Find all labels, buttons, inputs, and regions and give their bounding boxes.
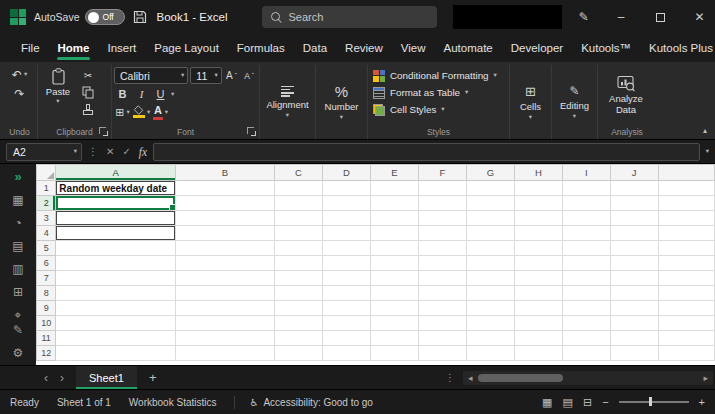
cell-D12[interactable] <box>323 346 371 361</box>
expand-formula-bar-button[interactable]: ▾ <box>706 148 709 155</box>
cell-overflow[interactable] <box>658 346 714 361</box>
cell-A3[interactable] <box>56 211 176 226</box>
cell-G6[interactable] <box>466 256 514 271</box>
cell-G5[interactable] <box>466 241 514 256</box>
cell-A1[interactable]: Random weekday date <box>56 181 176 196</box>
page-layout-view-button[interactable]: ▤ <box>563 396 573 409</box>
decrease-font-size-button[interactable]: Aˇ <box>241 68 257 84</box>
cell-B6[interactable] <box>175 256 274 271</box>
cell-D1[interactable] <box>323 181 371 196</box>
cell-J12[interactable] <box>610 346 658 361</box>
cell-C12[interactable] <box>275 346 323 361</box>
tab-data[interactable]: Data <box>294 34 336 62</box>
cell-G1[interactable] <box>466 181 514 196</box>
cell-B3[interactable] <box>175 211 274 226</box>
maximize-button[interactable] <box>645 0 676 34</box>
cell-A5[interactable] <box>56 241 176 256</box>
font-name-select[interactable]: Calibri▾ <box>114 67 188 84</box>
cell-overflow[interactable] <box>658 271 714 286</box>
tab-automate[interactable]: Automate <box>435 34 502 62</box>
column-header-E[interactable]: E <box>371 165 419 181</box>
cell-D7[interactable] <box>323 271 371 286</box>
cell-C6[interactable] <box>275 256 323 271</box>
cell-E10[interactable] <box>371 316 419 331</box>
resource-library-icon[interactable]: ▤ <box>12 240 23 252</box>
cell-E9[interactable] <box>371 301 419 316</box>
cells-button[interactable]: ⊞ Cells ▾ <box>512 65 549 139</box>
cell-I2[interactable] <box>562 196 610 211</box>
cell-J10[interactable] <box>610 316 658 331</box>
number-button[interactable]: % Number ▾ <box>318 65 365 139</box>
font-size-select[interactable]: 11▾ <box>190 67 221 84</box>
tab-view[interactable]: View <box>392 34 435 62</box>
minimize-button[interactable]: – <box>606 0 637 34</box>
bold-button[interactable]: B <box>114 86 131 102</box>
cell-C10[interactable] <box>275 316 323 331</box>
cell-C5[interactable] <box>275 241 323 256</box>
cell-B1[interactable] <box>175 181 274 196</box>
editing-button[interactable]: ✎ Editing ▾ <box>554 65 595 139</box>
row-header-12[interactable]: 12 <box>37 346 56 361</box>
tab-kutools-plus[interactable]: Kutools Plus <box>640 34 715 62</box>
italic-button[interactable]: I <box>133 86 150 102</box>
cell-F9[interactable] <box>418 301 466 316</box>
cell-overflow[interactable] <box>658 331 714 346</box>
cell-J2[interactable] <box>610 196 658 211</box>
cell-D11[interactable] <box>323 331 371 346</box>
cell-E1[interactable] <box>371 181 419 196</box>
format-painter-button[interactable] <box>76 102 100 117</box>
column-header-C[interactable]: C <box>275 165 323 181</box>
cell-H8[interactable] <box>514 286 562 301</box>
column-header-B[interactable]: B <box>175 165 274 181</box>
cell-E8[interactable] <box>371 286 419 301</box>
alignment-button[interactable]: Alignment ▾ <box>262 65 313 139</box>
cell-J5[interactable] <box>610 241 658 256</box>
cell-I5[interactable] <box>562 241 610 256</box>
cell-B7[interactable] <box>175 271 274 286</box>
cell-E12[interactable] <box>371 346 419 361</box>
cell-J4[interactable] <box>610 226 658 241</box>
cell-B4[interactable] <box>175 226 274 241</box>
cell-J8[interactable] <box>610 286 658 301</box>
cell-B5[interactable] <box>175 241 274 256</box>
cell-A7[interactable] <box>56 271 176 286</box>
horizontal-scrollbar[interactable]: ◂ ▸ <box>463 371 713 385</box>
cell-J1[interactable] <box>610 181 658 196</box>
cancel-button[interactable]: ✕ <box>106 146 114 157</box>
formula-input[interactable] <box>153 143 700 161</box>
cell-overflow[interactable] <box>658 226 714 241</box>
cell-G12[interactable] <box>466 346 514 361</box>
cell-D6[interactable] <box>323 256 371 271</box>
tab-file[interactable]: File <box>12 34 49 62</box>
cell-D10[interactable] <box>323 316 371 331</box>
cell-C8[interactable] <box>275 286 323 301</box>
cell-G2[interactable] <box>466 196 514 211</box>
borders-button[interactable]: ⊞▾ <box>114 104 131 120</box>
cell-C1[interactable] <box>275 181 323 196</box>
cell-H12[interactable] <box>514 346 562 361</box>
cell-D9[interactable] <box>323 301 371 316</box>
cell-A10[interactable] <box>56 316 176 331</box>
row-header-6[interactable]: 6 <box>37 256 56 271</box>
normal-view-button[interactable]: ▦ <box>542 396 552 409</box>
tab-formulas[interactable]: Formulas <box>228 34 294 62</box>
cell-F10[interactable] <box>418 316 466 331</box>
zoom-out-button[interactable]: − <box>602 396 608 408</box>
cell-F6[interactable] <box>418 256 466 271</box>
cell-A6[interactable] <box>56 256 176 271</box>
cell-H7[interactable] <box>514 271 562 286</box>
undo-button[interactable]: ↶▾ <box>12 65 27 84</box>
cell-J11[interactable] <box>610 331 658 346</box>
cell-F12[interactable] <box>418 346 466 361</box>
cell-G10[interactable] <box>466 316 514 331</box>
tab-page-layout[interactable]: Page Layout <box>145 34 228 62</box>
column-header-F[interactable]: F <box>418 165 466 181</box>
enter-button[interactable]: ✓ <box>122 146 130 157</box>
cell-D3[interactable] <box>323 211 371 226</box>
cell-B11[interactable] <box>175 331 274 346</box>
dialog-launcher-icon[interactable] <box>99 127 108 136</box>
cell-E6[interactable] <box>371 256 419 271</box>
row-header-5[interactable]: 5 <box>37 241 56 256</box>
cell-A4[interactable] <box>56 226 176 241</box>
cell-E2[interactable] <box>371 196 419 211</box>
